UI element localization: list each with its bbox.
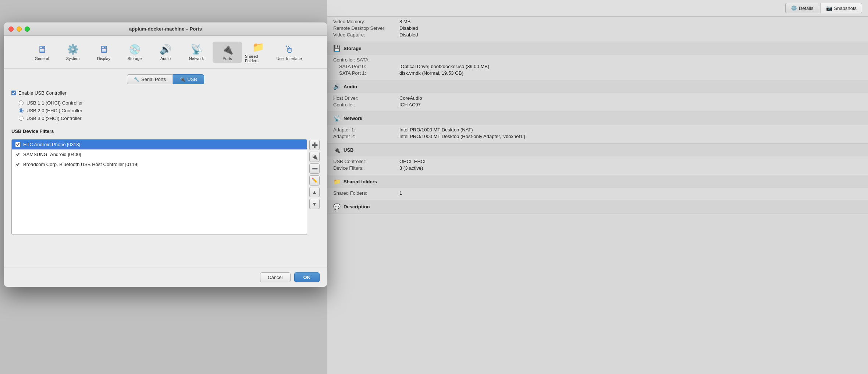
detail-remote-desktop: Remote Desktop Server: Disabled	[333, 25, 862, 31]
audio-header: 🔊 Audio	[327, 80, 868, 93]
enable-usb-checkbox[interactable]	[11, 91, 16, 95]
filters-area: HTC Android Phone [0318] SAMSUNG_Android…	[11, 139, 320, 235]
toolbar-item-display[interactable]: 🖥 Display	[89, 42, 118, 63]
detail-video-capture: Video Capture: Disabled	[333, 32, 862, 38]
add-from-device-button[interactable]: 🔌	[309, 152, 320, 162]
general-label: General	[35, 56, 49, 61]
traffic-lights	[8, 27, 30, 32]
toolbar-item-shared[interactable]: 📁 Shared Folders	[243, 39, 273, 65]
adapter1-key: Adapter 1:	[333, 127, 399, 133]
usb-controller-row: USB Controller: OHCI, EHCI	[333, 159, 862, 164]
usb-detail-rows: USB Controller: OHCI, EHCI Device Filter…	[327, 156, 868, 175]
network-icon: 📡	[191, 44, 202, 55]
detail-video-memory: Video Memory: 8 MB	[333, 19, 862, 24]
edit-filter-button[interactable]: ✏️	[309, 175, 320, 186]
toolbar-item-storage[interactable]: 💿 Storage	[120, 42, 149, 63]
sata-port1-row: SATA Port 1: disk.vmdk (Normal, 19.53 GB…	[333, 70, 862, 76]
sata-port1-value: disk.vmdk (Normal, 19.53 GB)	[399, 70, 463, 76]
usb-controller-key: USB Controller:	[333, 159, 399, 164]
move-down-button[interactable]: ▼	[309, 199, 320, 209]
shared-folders-section: 📁 Shared folders Shared Folders: 1	[327, 175, 868, 200]
display-label: Display	[97, 56, 110, 61]
toolbar-item-network[interactable]: 📡 Network	[182, 42, 211, 63]
usb-detail-icon: 🔌	[333, 147, 341, 154]
device-filters-key: Device Filters:	[333, 165, 399, 171]
usb-controller-value: OHCI, EHCI	[399, 159, 426, 164]
device-filters-value: 3 (3 active)	[399, 165, 423, 171]
filter-item-2[interactable]: Broadcom Corp. Bluetooth USB Host Contro…	[12, 159, 307, 169]
audio-section-icon: 🔊	[333, 83, 341, 90]
dialog-content: 🔧 Serial Ports 🔌 USB Enable USB Controll…	[4, 68, 327, 268]
details-icon: ⚙️	[791, 5, 797, 11]
description-section: 💬 Description	[327, 200, 868, 214]
add-filter-button[interactable]: ➕	[309, 140, 320, 150]
minimize-button[interactable]	[17, 27, 22, 32]
usb11-radio[interactable]	[19, 100, 24, 105]
usb20-radio[interactable]	[19, 108, 24, 113]
details-content: Video Memory: 8 MB Remote Desktop Server…	[327, 17, 868, 374]
filter-check-1[interactable]	[15, 152, 20, 157]
toolbar-item-audio[interactable]: 🔊 Audio	[151, 42, 180, 63]
shared-folders-count-value: 1	[399, 190, 402, 196]
storage-rows: Controller: SATA SATA Port 0: [Optical D…	[327, 55, 868, 80]
toolbar-item-general[interactable]: 🖥 General	[27, 42, 57, 63]
usb-tab-icon: 🔌	[180, 77, 185, 82]
usb-section: Enable USB Controller USB 1.1 (OHCI) Con…	[11, 90, 320, 235]
filter-item-1[interactable]: SAMSUNG_Android [0400]	[12, 149, 307, 159]
right-panel-header: ⚙️ Details 📷 Snapshots	[327, 0, 868, 17]
main-dialog: appium-docker-machine – Ports 🖥 General …	[4, 22, 327, 287]
snapshots-icon: 📷	[826, 5, 832, 11]
enable-usb-row: Enable USB Controller	[11, 90, 320, 96]
sata-port0-row: SATA Port 0: [Optical Drive] boot2docker…	[333, 64, 862, 69]
ports-label: Ports	[223, 56, 232, 61]
snapshots-button[interactable]: 📷 Snapshots	[821, 3, 862, 13]
usb30-label: USB 3.0 (xHCI) Controller	[26, 116, 82, 121]
tab-serial-ports[interactable]: 🔧 Serial Ports	[127, 74, 173, 84]
description-header: 💬 Description	[327, 200, 868, 213]
usb11-label: USB 1.1 (OHCI) Controller	[26, 100, 83, 106]
details-button[interactable]: ⚙️ Details	[785, 3, 819, 13]
adapter2-value: Intel PRO/1000 MT Desktop (Host-only Ada…	[399, 134, 525, 139]
title-bar: appium-docker-machine – Ports	[4, 22, 327, 36]
filter-check-2[interactable]	[15, 162, 20, 167]
usb30-radio[interactable]	[19, 116, 24, 121]
sata-port0-key: SATA Port 0:	[333, 64, 399, 69]
right-panel: ⚙️ Details 📷 Snapshots Video Memory: 8 M…	[327, 0, 868, 374]
toolbar-item-ui[interactable]: 🖱 User Interface	[274, 42, 304, 63]
usb11-row: USB 1.1 (OHCI) Controller	[19, 100, 320, 106]
usb-detail-section: 🔌 USB USB Controller: OHCI, EHCI Device …	[327, 144, 868, 175]
audio-title: Audio	[344, 84, 357, 89]
close-button[interactable]	[8, 27, 14, 32]
remove-filter-button[interactable]: ➖	[309, 163, 320, 174]
usb20-row: USB 2.0 (EHCI) Controller	[19, 108, 320, 113]
ok-button[interactable]: OK	[294, 272, 320, 282]
move-up-button[interactable]: ▲	[309, 187, 320, 197]
shared-label: Shared Folders	[245, 54, 271, 63]
toolbar-item-system[interactable]: ⚙️ System	[58, 42, 88, 63]
shared-folders-count-key: Shared Folders:	[333, 190, 399, 196]
sata-port0-value: [Optical Drive] boot2docker.iso (39.00 M…	[399, 64, 489, 69]
tab-usb[interactable]: 🔌 USB	[173, 74, 204, 84]
filter-item-0[interactable]: HTC Android Phone [0318]	[12, 140, 307, 149]
storage-label: Storage	[128, 56, 142, 61]
storage-title: Storage	[344, 46, 361, 51]
enable-usb-label: Enable USB Controller	[18, 90, 67, 96]
filters-section-label: USB Device Filters	[11, 128, 320, 134]
cancel-button[interactable]: Cancel	[260, 272, 290, 282]
general-icon: 🖥	[37, 44, 47, 55]
audio-controller-row: Controller: ICH AC97	[333, 102, 862, 107]
filters-list[interactable]: HTC Android Phone [0318] SAMSUNG_Android…	[11, 139, 307, 235]
audio-rows: Host Driver: CoreAudio Controller: ICH A…	[327, 93, 868, 112]
shared-folders-icon: 📁	[333, 178, 341, 185]
ui-icon: 🖱	[284, 44, 294, 55]
network-header: 📡 Network	[327, 112, 868, 125]
maximize-button[interactable]	[25, 27, 30, 32]
toolbar-item-ports[interactable]: 🔌 Ports	[213, 42, 242, 63]
filter-check-0[interactable]	[15, 142, 20, 147]
sata-port1-key: SATA Port 1:	[333, 70, 399, 76]
system-label: System	[66, 56, 80, 61]
device-filters-row: Device Filters: 3 (3 active)	[333, 165, 862, 171]
audio-label: Audio	[160, 56, 171, 61]
dialog-footer: Cancel OK	[4, 268, 327, 287]
adapter1-row: Adapter 1: Intel PRO/1000 MT Desktop (NA…	[333, 127, 862, 133]
